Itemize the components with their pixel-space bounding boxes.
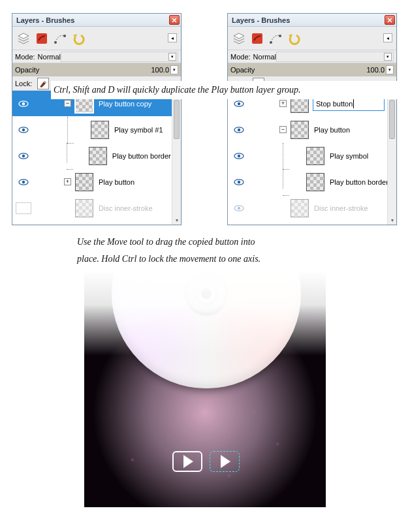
play-button-original [172,451,202,472]
svg-rect-0 [37,33,47,44]
collapse-toggle-icon[interactable]: − [279,126,287,133]
svg-point-23 [238,206,240,209]
opacity-slider[interactable]: Opacity 100.0 ▾ [228,63,396,76]
annotation-duplicate-shortcut: Ctrl, Shift and D will quickly duplicate… [51,81,402,99]
canvas-preview [84,271,326,507]
panel-toolbar: ◂ [12,27,181,50]
svg-point-2 [63,35,66,37]
svg-point-12 [270,41,272,44]
svg-point-6 [22,128,25,131]
layers-list: − Play button copy Play symbol #1 Play b… [12,91,181,225]
layer-row[interactable]: − Play button [228,117,396,143]
layers-stack-icon[interactable] [15,30,32,47]
visibility-icon[interactable] [18,127,29,133]
mode-label: Mode: [230,53,251,61]
mode-dropdown[interactable]: ▾ [276,52,394,62]
svg-rect-11 [252,33,262,44]
svg-point-17 [238,128,240,131]
svg-point-15 [238,102,240,104]
layer-thumbnail[interactable] [89,147,106,165]
layer-row[interactable]: Disc inner-stroke [12,195,181,221]
opacity-label: Opacity [15,66,39,74]
visibility-icon[interactable] [234,127,244,133]
layer-row[interactable]: Play button border #1 [12,143,181,169]
chevron-down-icon[interactable]: ▾ [386,65,394,74]
layer-thumbnail[interactable] [306,173,324,191]
chevron-down-icon[interactable]: ▾ [172,215,181,225]
brushes-icon[interactable] [249,30,266,47]
scroll-thumb[interactable] [389,100,395,139]
layer-thumbnail[interactable] [306,147,324,165]
svg-point-8 [22,154,24,157]
chevron-down-icon[interactable]: ▾ [388,215,396,225]
opacity-slider[interactable]: Opacity 100.0 ▾ [12,63,181,76]
panel-toolbar: ◂ [228,27,396,50]
expand-toggle-icon[interactable]: + [279,100,287,107]
layer-row[interactable]: Play symbol #1 [12,117,181,143]
layers-stack-icon[interactable] [230,30,247,47]
layer-name: Play button [314,126,350,134]
layer-thumbnail[interactable] [75,173,93,191]
svg-point-19 [238,154,240,157]
layer-name: Play symbol [330,152,368,160]
scrollbar[interactable]: ▴ ▾ [387,91,396,225]
mode-label: Mode: [15,53,35,61]
layer-row[interactable]: Play symbol [228,143,396,169]
chevron-down-icon[interactable]: ▾ [170,65,178,74]
scrollbar[interactable]: ▴ ▾ [172,91,181,225]
visibility-icon[interactable] [234,179,244,185]
collapse-icon[interactable]: ◂ [168,33,177,42]
layer-name: Play symbol #1 [114,126,163,134]
visibility-icon[interactable] [234,101,244,107]
layer-row[interactable]: + Play button [12,169,181,195]
visibility-icon[interactable] [18,153,29,159]
blend-mode-row: Mode: Normal ▾ [12,50,181,63]
mode-value: Normal [38,53,61,61]
layers-panel-left: Layers - Brushes ◂ Mode: Normal ▾ Opacit… [12,13,181,225]
visibility-icon[interactable] [18,101,29,107]
brushes-icon[interactable] [33,30,50,47]
layer-thumbnail[interactable] [291,121,309,139]
scroll-thumb[interactable] [174,100,180,139]
collapse-icon[interactable]: ◂ [383,33,392,42]
visibility-icon[interactable] [234,153,244,159]
layer-row[interactable]: Disc inner-stroke [228,195,396,221]
layer-name: Disc inner-stroke [314,204,368,212]
layer-row[interactable]: Play button border [228,169,396,195]
svg-point-4 [22,102,25,104]
annotation-move-tool-line2: place. Hold Ctrl to lock the movement to… [77,251,338,267]
paths-icon[interactable] [52,30,69,47]
visibility-icon[interactable] [234,205,244,211]
undo-history-icon[interactable] [285,30,302,47]
collapse-toggle-icon[interactable]: − [64,100,71,107]
lock-label: Lock: [15,80,32,87]
lock-pixels-icon[interactable] [37,78,49,89]
close-icon[interactable] [385,15,395,25]
paths-icon[interactable] [267,30,284,47]
opacity-value: 100.0 [151,66,169,74]
layers-list: + Stop button − Play button Play symbol … [228,91,396,225]
close-icon[interactable] [169,15,180,25]
mode-dropdown[interactable]: ▾ [61,52,178,62]
layer-name: Play button [99,178,134,186]
visibility-icon[interactable] [18,179,29,185]
layers-panel-right: Layers - Brushes ◂ Mode: Normal ▾ Opacit… [227,13,397,225]
panel-title: Layers - Brushes [232,16,290,24]
layer-name: Play button border #1 [112,152,181,160]
panel-title: Layers - Brushes [16,16,74,24]
layer-thumbnail[interactable] [75,199,93,217]
opacity-label: Opacity [230,66,255,74]
svg-point-21 [238,180,240,183]
svg-point-13 [279,35,281,37]
expand-toggle-icon[interactable]: + [64,178,71,185]
svg-point-10 [22,180,25,183]
titlebar[interactable]: Layers - Brushes [12,14,181,27]
layer-thumbnail[interactable] [91,121,109,139]
layer-name: Play button copy [99,100,151,108]
undo-history-icon[interactable] [70,30,87,47]
titlebar[interactable]: Layers - Brushes [228,14,396,27]
annotation-move-tool-line1: Use the Move tool to drag the copied but… [77,234,338,250]
svg-point-1 [54,41,57,44]
layer-thumbnail[interactable] [291,199,309,217]
blend-mode-row: Mode: Normal ▾ [228,50,396,63]
